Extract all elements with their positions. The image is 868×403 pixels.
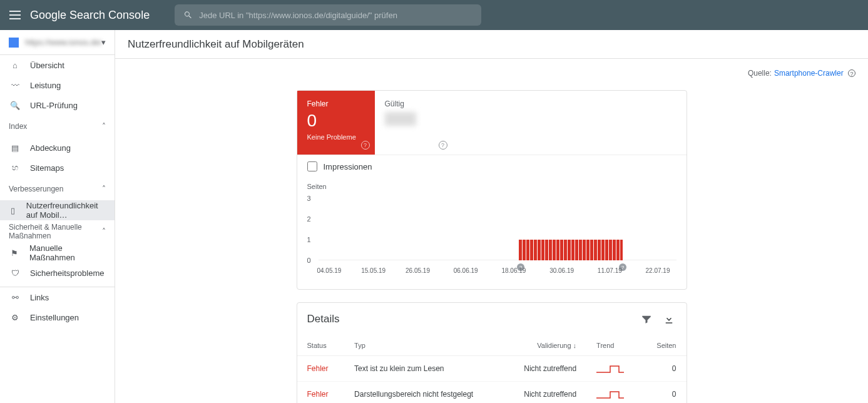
download-icon[interactable] [661, 312, 677, 327]
col-pages[interactable]: Seiten [641, 335, 686, 356]
coverage-icon: ▤ [9, 141, 21, 154]
col-type[interactable]: Typ [344, 335, 503, 356]
cell-status: Fehler [297, 356, 345, 382]
chevron-down-icon: ▾ [101, 38, 106, 47]
data-source: Quelle:Smartphone-Crawler ? [128, 69, 855, 78]
url-search[interactable] [175, 4, 481, 26]
home-icon: ⌂ [9, 59, 21, 71]
col-status[interactable]: Status [297, 335, 345, 356]
sidebar-item-label: Übersicht [30, 61, 64, 70]
sidebar-item-manual-actions[interactable]: ⚑Manuelle Maßnahmen [0, 243, 115, 263]
url-search-input[interactable] [199, 11, 472, 20]
logo: Google Search Console [30, 9, 150, 22]
table-row[interactable]: Fehler Text ist zu klein zum Lesen Nicht… [297, 356, 687, 382]
sidebar-item-url-inspect[interactable]: 🔍URL-Prüfung [0, 95, 115, 115]
sidebar-item-performance[interactable]: 〰Leistung [0, 75, 115, 95]
mobile-icon: ▯ [9, 204, 18, 217]
shield-icon: 🛡 [9, 267, 21, 279]
sidebar-item-label: Links [30, 293, 49, 302]
details-heading: Details [307, 313, 340, 325]
cell-pages: 0 [641, 382, 686, 404]
help-icon[interactable]: ? [439, 141, 447, 150]
summary-tab-valid[interactable]: Gültig ? [375, 91, 452, 155]
sidebar-item-label: Einstellungen [30, 313, 79, 322]
sidebar-item-label: Sitemaps [30, 163, 64, 173]
search-icon: 🔍 [9, 99, 21, 111]
cell-type: Text ist zu klein zum Lesen [344, 356, 503, 382]
chart-bars-error [519, 240, 623, 260]
filter-icon[interactable] [639, 312, 654, 327]
sidebar-section-label: Index [9, 122, 27, 131]
chart: 0 1 2 3 ? ? 04.05.19 15.05.19 26.05.19 [307, 193, 677, 274]
sidebar-item-overview[interactable]: ⌂Übersicht [0, 55, 115, 75]
cell-trend [586, 356, 641, 382]
details-card: Details Status Typ Validierung ↓ Trend S… [297, 302, 687, 403]
property-label: https://www.ionos.de/dig… [25, 38, 101, 47]
sidebar-item-mobile-usability[interactable]: ▯Nutzerfreundlichkeit auf Mobil… [0, 200, 115, 220]
gear-icon: ⚙ [9, 311, 21, 324]
sidebar-item-security-issues[interactable]: 🛡Sicherheitsprobleme [0, 263, 115, 283]
chart-y-title: Seiten [307, 183, 677, 190]
sitemap-icon: හ [9, 161, 21, 174]
sidebar-item-label: URL-Prüfung [30, 101, 78, 110]
sidebar-item-label: Abdeckung [30, 143, 71, 153]
search-icon [183, 10, 193, 20]
page-title: Nutzerfreundlichkeit auf Mobilgeräten [115, 30, 868, 59]
cell-pages: 0 [641, 356, 686, 382]
cell-trend [586, 382, 641, 404]
summary-valid-label: Gültig [385, 99, 442, 108]
summary-valid-value [385, 112, 416, 126]
sidebar-item-label: Nutzerfreundlichkeit auf Mobil… [26, 201, 106, 220]
hamburger-icon[interactable] [8, 8, 23, 23]
col-validation[interactable]: Validierung ↓ [503, 335, 586, 356]
cell-type: Darstellungsbereich nicht festgelegt [344, 382, 503, 404]
sidebar-section-enhancements[interactable]: Verbesserungen˄ [0, 178, 115, 200]
cell-validation: Nicht zutreffend [503, 382, 586, 404]
sidebar-item-label: Leistung [30, 81, 61, 90]
sort-down-icon: ↓ [573, 342, 577, 349]
property-selector[interactable]: https://www.ionos.de/dig… ▾ [0, 30, 115, 55]
sidebar-section-label: Sicherheit & Manuelle Maßnahmen [9, 223, 90, 240]
sidebar-item-sitemaps[interactable]: හSitemaps [0, 158, 115, 178]
chevron-up-icon: ˄ [102, 122, 106, 131]
summary-error-sub: Keine Probleme [307, 133, 365, 141]
chevron-up-icon: ˄ [102, 185, 106, 193]
summary-error-label: Fehler [307, 99, 365, 108]
sidebar-section-label: Verbesserungen [9, 185, 63, 193]
sidebar-item-label: Manuelle Maßnahmen [29, 243, 106, 262]
help-icon[interactable]: ? [848, 69, 855, 77]
chevron-up-icon: ˄ [102, 227, 106, 236]
col-trend[interactable]: Trend [586, 335, 641, 356]
cell-validation: Nicht zutreffend [503, 356, 586, 382]
impressions-checkbox[interactable] [307, 161, 317, 171]
sidebar-item-links[interactable]: ⚯Links [0, 287, 115, 307]
sidebar-item-settings[interactable]: ⚙Einstellungen [0, 307, 115, 327]
property-icon [9, 38, 19, 48]
links-icon: ⚯ [9, 291, 21, 304]
summary-card: Fehler 0 Keine Probleme ? Gültig ? Impre… [297, 90, 687, 290]
sidebar-section-security[interactable]: Sicherheit & Manuelle Maßnahmen˄ [0, 220, 115, 243]
table-row[interactable]: Fehler Darstellungsbereich nicht festgel… [297, 382, 687, 404]
sidebar: https://www.ionos.de/dig… ▾ ⌂Übersicht 〰… [0, 30, 115, 403]
summary-error-value: 0 [307, 112, 365, 130]
cell-status: Fehler [297, 382, 345, 404]
summary-tab-error[interactable]: Fehler 0 Keine Probleme ? [297, 91, 375, 155]
flag-icon: ⚑ [9, 247, 21, 259]
sidebar-section-index[interactable]: Index˄ [0, 115, 115, 138]
source-link[interactable]: Smartphone-Crawler [774, 69, 844, 78]
impressions-label: Impressionen [324, 162, 372, 171]
chart-icon: 〰 [9, 79, 21, 91]
sidebar-item-label: Sicherheitsprobleme [30, 268, 105, 278]
help-icon[interactable]: ? [361, 141, 370, 150]
sidebar-item-coverage[interactable]: ▤Abdeckung [0, 138, 115, 158]
